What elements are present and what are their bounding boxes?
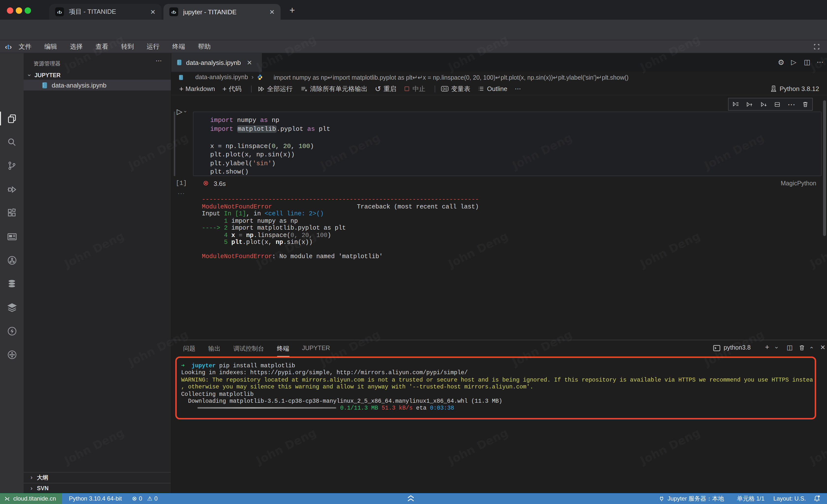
warning-icon: ⚠ <box>147 495 153 502</box>
execution-count: [1] <box>176 180 187 187</box>
run-options-chevron-icon[interactable]: › <box>183 111 189 112</box>
execute-row-icon[interactable] <box>732 101 739 108</box>
run-above-icon[interactable] <box>746 101 753 108</box>
tab-close-icon[interactable]: ✕ <box>269 8 275 15</box>
variables-button[interactable]: (x) 变量表 <box>441 84 470 93</box>
tab-close-icon[interactable]: ✕ <box>247 59 252 66</box>
new-terminal-icon[interactable]: + <box>765 343 769 351</box>
menu-terminal[interactable]: 终端 <box>172 42 185 51</box>
editor-scrollbar[interactable] <box>823 100 826 236</box>
source-control-icon[interactable] <box>0 154 23 177</box>
menu-edit[interactable]: 编辑 <box>44 42 57 51</box>
sidebar-section-svn[interactable]: › SVN <box>23 483 171 493</box>
notifications-bell-icon[interactable] <box>813 495 821 502</box>
editor-tab-notebook[interactable]: data-analysis.ipynb ✕ <box>171 53 262 72</box>
split-cell-icon[interactable] <box>774 101 781 107</box>
remote-icon <box>4 495 10 502</box>
explorer-icon[interactable] <box>0 107 23 130</box>
sidebar-section-outline[interactable]: › 大纲 <box>23 472 171 482</box>
cell-language[interactable]: MagicPython <box>781 180 816 187</box>
power-icon[interactable] <box>0 319 23 343</box>
terminal-process-label[interactable]: python3.8 <box>724 344 751 351</box>
jupyter-server-status[interactable]: Jupyter 服务器：本地 <box>659 493 724 504</box>
cell-position-status[interactable]: 单元格 1/1 <box>737 493 765 504</box>
split-editor-icon[interactable]: ◫ <box>804 58 810 66</box>
kill-terminal-icon[interactable] <box>798 344 805 351</box>
code-cell[interactable]: import numpy as npimport matplotlib.pypl… <box>193 112 822 176</box>
sidebar-more-icon[interactable]: ⋯ <box>155 57 162 64</box>
menu-goto[interactable]: 转到 <box>121 42 134 51</box>
panel-tab-problems[interactable]: 问题 <box>183 345 195 356</box>
remote-targets-icon[interactable] <box>0 343 23 366</box>
breadcrumb-cell-code[interactable]: import numpy as np↵import matplotlib.pyp… <box>274 73 629 81</box>
file-item-notebook[interactable]: data-analysis.ipynb <box>23 80 171 91</box>
extensions-icon[interactable] <box>0 201 23 225</box>
breadcrumb-file[interactable]: data-analysis.ipynb <box>195 74 248 80</box>
status-bar: cloud.titanide.cn Python 3.10.4 64-bit ⊗… <box>0 493 827 504</box>
interrupt-button[interactable]: 中止 <box>404 84 425 93</box>
menu-view[interactable]: 查看 <box>96 42 108 51</box>
output-collapse-icon[interactable]: ··· <box>178 190 185 197</box>
live-preview-icon[interactable] <box>0 225 23 248</box>
editor-tab-title: data-analysis.ipynb <box>186 59 241 66</box>
cell-code[interactable]: import numpy as npimport matplotlib.pypl… <box>193 112 821 176</box>
run-debug-icon[interactable] <box>0 177 23 201</box>
notebook-file-icon <box>176 59 182 66</box>
run-icon[interactable]: ▷ <box>791 58 796 66</box>
macos-zoom-button[interactable] <box>25 7 31 14</box>
cell-focus-bar <box>174 112 175 176</box>
keyboard-layout-status[interactable]: Layout: U.S. <box>773 493 806 504</box>
add-code-button[interactable]: +代码 <box>222 84 241 93</box>
maximize-panel-chevron-icon[interactable]: › <box>808 347 815 349</box>
python-interpreter-status[interactable]: Python 3.10.4 64-bit <box>69 493 122 504</box>
layers-icon[interactable] <box>0 295 23 319</box>
close-panel-icon[interactable]: ✕ <box>820 344 826 351</box>
restart-kernel-button[interactable]: ↺ 重启 <box>375 84 396 93</box>
panel-tab-debug-console[interactable]: 调试控制台 <box>233 345 264 356</box>
plug-icon <box>659 496 665 502</box>
search-icon[interactable] <box>0 130 23 154</box>
outline-button[interactable]: Outline <box>478 85 507 93</box>
editor-more-icon[interactable]: ⋯ <box>817 58 824 66</box>
browser-tab-jupyter[interactable]: ‹t› jupyter - TITANIDE ✕ <box>163 4 281 20</box>
fullscreen-icon[interactable] <box>813 43 820 50</box>
menu-file[interactable]: 文件 <box>19 42 32 51</box>
sidebar-section-jupyter[interactable]: › JUPYTER <box>29 72 60 79</box>
problems-status[interactable]: ⊗0 ⚠0 <box>132 493 157 504</box>
delete-cell-icon[interactable] <box>802 101 809 108</box>
add-markdown-button[interactable]: +Markdown <box>179 85 215 93</box>
panel-tab-jupyter[interactable]: JUPYTER <box>302 345 330 356</box>
menu-selection[interactable]: 选择 <box>70 42 83 51</box>
macos-close-button[interactable] <box>7 7 13 14</box>
app-logo: ‹t› <box>5 43 12 50</box>
remote-indicator[interactable]: cloud.titanide.cn <box>0 493 62 504</box>
new-tab-button[interactable]: + <box>289 5 295 16</box>
browser-tab-project[interactable]: ‹t› 项目 - TITANIDE ✕ <box>49 4 161 20</box>
browser-tab-title: jupyter - TITANIDE <box>183 8 263 15</box>
clear-outputs-button[interactable]: 清除所有单元格输出 <box>300 84 368 93</box>
git-graph-icon[interactable] <box>0 248 23 272</box>
menu-help[interactable]: 帮助 <box>198 42 211 51</box>
breadcrumbs[interactable]: data-analysis.ipynb › import numpy as np… <box>171 72 827 82</box>
menu-run[interactable]: 运行 <box>147 42 159 51</box>
file-name: data-analysis.ipynb <box>52 81 107 89</box>
kernel-picker[interactable]: Python 3.8.12 <box>770 85 819 93</box>
cell-more-icon[interactable]: ⋯ <box>788 100 795 109</box>
toolbar-more-icon[interactable]: ⋯ <box>515 85 521 93</box>
tab-favicon: ‹t› <box>55 7 64 16</box>
panel-tab-output[interactable]: 输出 <box>208 345 221 356</box>
terminal-dropdown-chevron-icon[interactable]: › <box>773 347 780 349</box>
run-all-icon <box>257 85 264 92</box>
restore-panel-chevrons-icon[interactable] <box>406 495 415 502</box>
macos-minimize-button[interactable] <box>16 7 22 14</box>
run-all-button[interactable]: 全部运行 <box>257 84 293 93</box>
database-icon[interactable] <box>0 272 23 295</box>
split-terminal-icon[interactable]: ◫ <box>787 344 793 351</box>
notebook-settings-gear-icon[interactable]: ⚙ <box>778 58 784 67</box>
run-below-icon[interactable] <box>760 101 768 108</box>
terminal-output[interactable]: ➜ jupyter pip install matplotlibLooking … <box>181 362 813 412</box>
panel-tab-terminal[interactable]: 终端 <box>277 345 289 356</box>
tab-close-icon[interactable]: ✕ <box>150 8 155 15</box>
variables-icon: (x) <box>441 86 449 92</box>
run-cell-button[interactable]: ▷ <box>177 107 182 116</box>
